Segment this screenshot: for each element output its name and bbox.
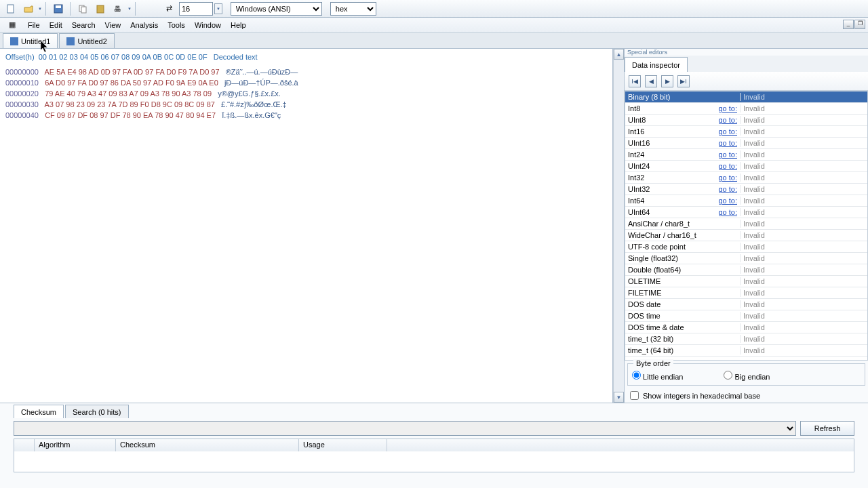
type-row[interactable]: UInt24go to:Invalid [625, 161, 867, 172]
app-icon[interactable]: ▦ [4, 18, 20, 33]
col-checksum[interactable]: Checksum [116, 439, 299, 451]
save-icon[interactable] [50, 1, 66, 16]
col-usage[interactable]: Usage [299, 439, 387, 451]
new-icon[interactable] [3, 1, 19, 16]
type-row[interactable]: DOS time & dateInvalid [625, 322, 867, 333]
copy-icon[interactable] [75, 1, 91, 16]
menu-tools[interactable]: Tools [163, 20, 190, 30]
type-row[interactable]: Int32go to:Invalid [625, 172, 867, 184]
tab-search[interactable]: Search (0 hits) [65, 405, 129, 418]
col-algorithm[interactable]: Algorithm [35, 439, 116, 451]
goto-link[interactable]: go to: [718, 127, 737, 136]
goto-link[interactable]: go to: [718, 116, 737, 124]
type-row[interactable]: Int8go to:Invalid [625, 103, 867, 115]
type-row[interactable]: Single (float32)Invalid [625, 253, 867, 264]
type-row[interactable]: Double (float64)Invalid [625, 264, 867, 276]
main-toolbar: ▼ 🖶 ▼ ⇄ ▼ Windows (ANSI) hex [0, 0, 868, 18]
radio-little-endian[interactable]: Little endian [632, 371, 683, 381]
encoding-select[interactable]: Windows (ANSI) [231, 2, 322, 16]
print-icon[interactable]: 🖶 [110, 1, 126, 16]
svg-rect-0 [7, 5, 14, 13]
type-row[interactable]: UInt32go to:Invalid [625, 184, 867, 195]
bottom-panel: Checksum Search (0 hits) Refresh Algorit… [0, 403, 868, 488]
type-row[interactable]: Int64go to:Invalid [625, 195, 867, 207]
type-row[interactable]: DOS timeInvalid [625, 310, 867, 322]
goto-link[interactable]: go to: [718, 208, 737, 216]
nav-next-icon[interactable]: ▶ [661, 75, 673, 87]
goto-link[interactable]: go to: [718, 150, 737, 159]
goto-link[interactable]: go to: [718, 162, 737, 170]
goto-link[interactable]: go to: [718, 139, 737, 147]
scroll-down-icon[interactable]: ▼ [614, 392, 624, 403]
show-hex-label: Show integers in hexadecimal base [643, 392, 760, 400]
menu-analysis[interactable]: Analysis [125, 20, 163, 30]
svg-rect-5 [97, 5, 104, 13]
type-row[interactable]: WideChar / char16_tInvalid [625, 230, 867, 241]
nav-last-icon[interactable]: ▶I [677, 75, 690, 87]
nav-prev-icon[interactable]: ◀ [645, 75, 657, 87]
open-icon[interactable] [20, 1, 37, 16]
svg-rect-2 [56, 5, 61, 8]
tab-untitled2[interactable]: Untitled2 [59, 33, 114, 48]
nav-first-icon[interactable]: I◀ [629, 75, 641, 87]
type-row[interactable]: AnsiChar / char8_tInvalid [625, 218, 867, 230]
inspector-panel: Special editors Data inspector I◀ ◀ ▶ ▶I… [624, 49, 868, 403]
type-row[interactable]: time_t (64 bit)Invalid [625, 345, 867, 357]
minimize-icon[interactable]: _ [843, 20, 854, 29]
tab-data-inspector[interactable]: Data inspector [625, 57, 688, 72]
restore-icon[interactable]: ❐ [854, 20, 865, 29]
checksum-table: Algorithm Checksum Usage [14, 439, 854, 472]
menu-file[interactable]: File [23, 20, 45, 30]
goto-icon[interactable]: ⇄ [161, 1, 178, 16]
paste-icon[interactable] [92, 1, 108, 16]
refresh-button[interactable]: Refresh [800, 421, 854, 436]
menubar: ▦ File Edit Search View Analysis Tools W… [0, 18, 868, 33]
tab-checksum[interactable]: Checksum [14, 405, 64, 418]
type-row[interactable]: DOS dateInvalid [625, 299, 867, 310]
hex-editor[interactable]: Offset(h) 00 01 02 03 04 05 06 07 08 09 … [0, 49, 613, 403]
radio-big-endian[interactable]: Big endian [724, 371, 770, 381]
tab-untitled1[interactable]: Untitled1 [3, 33, 58, 48]
byte-order-label: Byte order [633, 359, 673, 367]
type-row[interactable]: UInt64go to:Invalid [625, 207, 867, 218]
menu-window[interactable]: Window [190, 20, 226, 30]
type-row[interactable]: FILETIMEInvalid [625, 287, 867, 299]
col-blank[interactable] [14, 439, 35, 451]
type-row[interactable]: UInt16go to:Invalid [625, 138, 867, 149]
type-row[interactable]: Int16go to:Invalid [625, 126, 867, 138]
scroll-up-icon[interactable]: ▲ [614, 49, 624, 60]
type-row[interactable]: UInt8go to:Invalid [625, 115, 867, 126]
goto-link[interactable]: go to: [718, 104, 737, 113]
checksum-algorithm-select[interactable] [14, 421, 796, 436]
hex-scrollbar[interactable]: ▲ ▼ [613, 49, 624, 403]
special-editors-label: Special editors [625, 49, 868, 56]
svg-rect-4 [81, 7, 86, 13]
mode-select[interactable]: hex [330, 2, 376, 16]
menu-search[interactable]: Search [67, 20, 100, 30]
checkbox-show-hex[interactable] [630, 391, 639, 400]
goto-link[interactable]: go to: [718, 185, 737, 193]
byte-order-group: Byte order Little endian Big endian [627, 363, 865, 386]
menu-edit[interactable]: Edit [45, 20, 67, 30]
goto-link[interactable]: go to: [718, 174, 737, 182]
type-row[interactable]: UTF-8 code pointInvalid [625, 241, 867, 253]
lines-input[interactable] [179, 2, 213, 16]
menu-view[interactable]: View [100, 20, 126, 30]
type-row[interactable]: Int24go to:Invalid [625, 149, 867, 161]
menu-help[interactable]: Help [226, 20, 251, 30]
type-row[interactable]: time_t (32 bit)Invalid [625, 333, 867, 345]
type-row[interactable]: Binary (8 bit)Invalid [625, 92, 867, 103]
type-row[interactable]: OLETIMEInvalid [625, 276, 867, 287]
goto-link[interactable]: go to: [718, 197, 737, 205]
document-tabs: Untitled1 Untitled2 [0, 33, 868, 49]
